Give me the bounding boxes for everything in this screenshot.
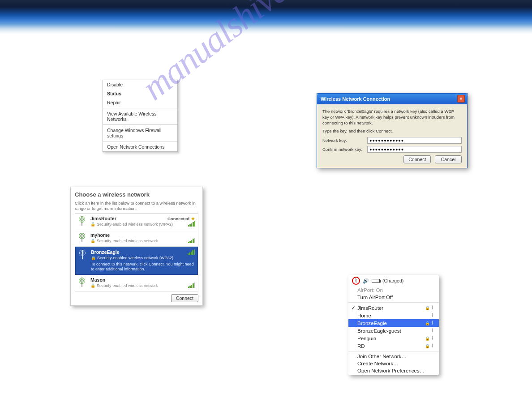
mac-network-item[interactable]: RD🔒⌇ — [348, 342, 439, 350]
menu-separator — [348, 351, 439, 351]
network-key-input[interactable] — [367, 137, 462, 144]
dialog-cancel-button[interactable]: Cancel — [435, 155, 462, 163]
mac-network-item[interactable]: Penguin🔒⌇ — [348, 334, 439, 342]
network-security: Security-enabled wireless network (WPA2) — [97, 256, 173, 260]
lock-icon: 🔒 — [90, 239, 95, 243]
signal-bars-icon — [188, 249, 195, 255]
battery-status: (Charged) — [382, 278, 403, 283]
wireless-icon — [78, 232, 88, 244]
network-name: BronzeEagle — [91, 249, 120, 255]
picker-title: Choose a wireless network — [75, 191, 198, 198]
ctx-disable[interactable]: Disable — [103, 80, 177, 89]
mac-airport-menu: ⌇ 🔊 (Charged) AirPort: On Turn AirPort O… — [348, 275, 439, 375]
picker-network-list: JimsRouter Connected ★ 🔒Security-enabled… — [75, 213, 198, 291]
lock-icon: 🔒 — [90, 222, 95, 227]
dialog-message-1: The network 'BronzeEagle' requires a net… — [322, 109, 462, 126]
context-menu: Disable Status Repair View Available Wir… — [103, 80, 178, 152]
turn-airport-off[interactable]: Turn AirPort Off — [348, 294, 439, 301]
dialog-message-2: Type the key, and then click Connect. — [322, 128, 462, 134]
ctx-open-conn[interactable]: Open Network Connections — [103, 142, 177, 151]
connect-button[interactable]: Connect — [171, 294, 198, 302]
dialog-titlebar: Wireless Network Connection × — [317, 94, 467, 104]
wifi-signal-icon: ⌇ — [431, 320, 433, 326]
lock-icon: 🔒 — [425, 321, 430, 325]
network-row-selected[interactable]: BronzeEagle 🔒Security-enabled wireless n… — [75, 247, 198, 275]
signal-bars-icon — [188, 283, 196, 288]
ctx-repair[interactable]: Repair — [103, 98, 177, 107]
open-network-preferences[interactable]: Open Network Preferences… — [348, 367, 439, 374]
speaker-icon: 🔊 — [363, 278, 369, 284]
close-button[interactable]: × — [457, 95, 465, 103]
network-status: Connected — [167, 216, 189, 221]
signal-bars-icon — [188, 238, 196, 243]
ctx-separator — [103, 124, 177, 125]
network-key-label: Network key: — [322, 138, 367, 143]
mac-menubar-icons: ⌇ 🔊 (Charged) — [348, 275, 439, 286]
wireless-picker: Choose a wireless network Click an item … — [70, 187, 203, 306]
wifi-signal-icon: ⌇ — [431, 328, 433, 334]
network-extra-info: To connect to this network, click Connec… — [91, 262, 195, 272]
wifi-signal-icon: ⌇ — [431, 335, 433, 341]
network-security: Security-enabled wireless network — [97, 283, 158, 288]
lock-icon: 🔒 — [425, 306, 430, 310]
mac-network-item[interactable]: BronzeEagle-guest⌇ — [348, 327, 439, 334]
lock-icon: 🔒 — [425, 336, 430, 341]
ctx-firewall[interactable]: Change Windows Firewall settings — [103, 126, 177, 140]
wifi-signal-icon: ⌇ — [431, 305, 433, 311]
network-name: Mason — [90, 277, 195, 283]
network-row[interactable]: myhome 🔒Security-enabled wireless networ… — [75, 230, 198, 247]
ctx-separator — [103, 108, 177, 108]
menu-separator — [348, 302, 439, 303]
create-network[interactable]: Create Network… — [348, 360, 439, 367]
picker-hint: Click an item in the list below to conne… — [75, 201, 198, 211]
lock-icon: 🔒 — [425, 344, 430, 348]
lock-icon: 🔒 — [91, 256, 96, 260]
confirm-key-input[interactable] — [367, 146, 462, 153]
header-band — [0, 0, 532, 34]
star-icon: ★ — [191, 216, 195, 221]
wireless-icon — [78, 277, 88, 289]
mac-network-item[interactable]: Home⌇ — [348, 312, 439, 319]
signal-bars-icon — [188, 221, 196, 227]
airport-status: AirPort: On — [348, 287, 439, 294]
wireless-icon — [78, 249, 88, 261]
wifi-signal-icon: ⌇ — [431, 313, 433, 318]
network-key-dialog: Wireless Network Connection × The networ… — [317, 93, 468, 168]
network-security: Security-enabled wireless network (WPA2) — [97, 222, 173, 227]
wifi-signal-icon: ⌇ — [431, 343, 433, 349]
mac-network-item-selected[interactable]: BronzeEagle🔒⌇ — [348, 319, 439, 327]
lock-icon: 🔒 — [90, 283, 95, 288]
network-security: Security-enabled wireless network — [97, 239, 158, 243]
ctx-status[interactable]: Status — [103, 89, 177, 98]
join-other-network[interactable]: Join Other Network… — [348, 353, 439, 360]
dialog-connect-button[interactable]: Connect — [403, 155, 431, 163]
confirm-key-label: Confirm network key: — [322, 147, 367, 152]
wireless-icon — [78, 216, 88, 227]
network-name: JimsRouter — [90, 216, 116, 221]
dialog-title-text: Wireless Network Connection — [321, 96, 390, 102]
battery-icon — [372, 279, 380, 283]
network-row[interactable]: Mason 🔒Security-enabled wireless network — [75, 275, 198, 291]
network-name: myhome — [90, 232, 195, 238]
ctx-separator — [103, 141, 177, 141]
network-row[interactable]: JimsRouter Connected ★ 🔒Security-enabled… — [75, 214, 198, 230]
mac-network-item[interactable]: JimsRouter🔒⌇ — [348, 304, 439, 312]
ctx-view-networks[interactable]: View Available Wireless Networks — [103, 109, 177, 124]
airport-icon-circled[interactable]: ⌇ — [352, 277, 360, 285]
